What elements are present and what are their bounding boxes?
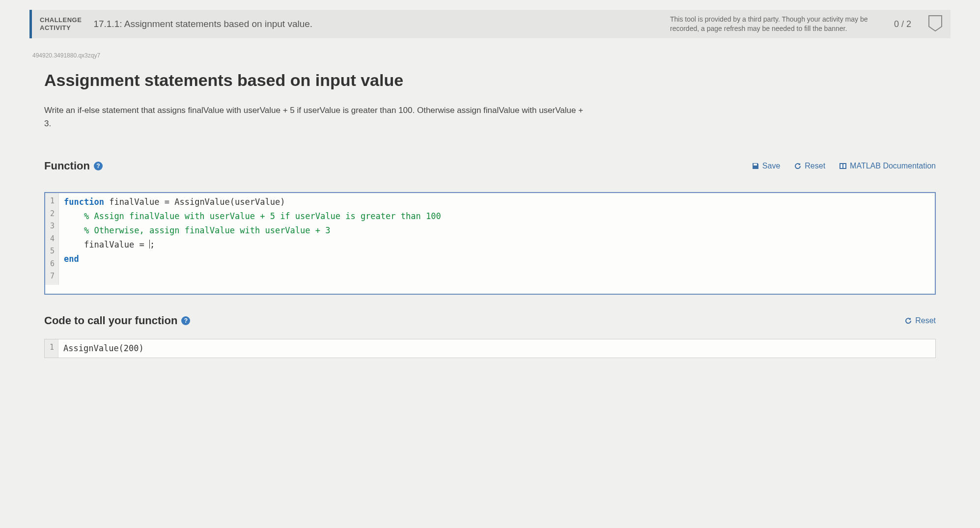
badge-line1: CHALLENGE — [40, 16, 82, 24]
challenge-badge: CHALLENGE ACTIVITY — [40, 16, 82, 31]
code-text: finalValue = AssignValue(userValue) — [104, 197, 285, 207]
score-badge: 0 / 2 — [894, 19, 911, 29]
editor-toolbar: Save Reset MATLAB Documentation — [752, 162, 936, 170]
call-section-header: Code to call your function ? Reset — [44, 314, 936, 327]
comment: % Assign finalValue with userValue + 5 i… — [64, 211, 441, 221]
keyword: function — [64, 197, 104, 207]
code-editor[interactable]: 1 2 3 4 5 6 7 function finalValue = Assi… — [44, 192, 936, 295]
code-line: end — [64, 252, 930, 266]
code-line: % Otherwise, assign finalValue with user… — [64, 223, 930, 238]
reset-button[interactable]: Reset — [794, 162, 825, 170]
save-icon — [752, 162, 759, 170]
line-number: 3 — [50, 220, 55, 233]
line-number: 5 — [50, 245, 55, 258]
code-text: ; — [150, 240, 155, 250]
line-number: 7 — [50, 270, 55, 283]
code-line: finalValue = ; — [64, 238, 930, 252]
svg-rect-2 — [843, 164, 845, 168]
line-number: 1 — [50, 341, 54, 354]
line-number: 2 — [50, 208, 55, 221]
content-area: Assignment statements based on input val… — [29, 71, 951, 358]
code-line: function finalValue = AssignValue(userVa… — [64, 195, 930, 209]
code-body[interactable]: function finalValue = AssignValue(userVa… — [59, 193, 935, 285]
save-label: Save — [762, 162, 780, 170]
third-party-note: This tool is provided by a third party. … — [670, 15, 876, 33]
reset-call-label: Reset — [915, 316, 936, 325]
code-body[interactable]: AssignValue(200) — [58, 339, 935, 358]
reset-call-button[interactable]: Reset — [904, 316, 936, 325]
challenge-title: 17.1.1: Assignment statements based on i… — [93, 19, 658, 29]
prompt-text: Write an if-else statement that assigns … — [44, 104, 585, 130]
function-label-wrap: Function ? — [44, 160, 103, 172]
challenge-header: CHALLENGE ACTIVITY 17.1.1: Assignment st… — [29, 10, 951, 38]
code-line: AssignValue(200) — [63, 341, 930, 356]
line-gutter: 1 — [45, 339, 58, 358]
docs-icon — [839, 162, 847, 170]
shield-icon — [928, 15, 943, 33]
call-label: Code to call your function — [44, 314, 177, 327]
code-line: % Assign finalValue with userValue + 5 i… — [64, 209, 930, 223]
reset-label: Reset — [805, 162, 825, 170]
line-gutter: 1 2 3 4 5 6 7 — [45, 193, 59, 285]
docs-button[interactable]: MATLAB Documentation — [839, 162, 936, 170]
keyword: end — [64, 254, 79, 264]
line-number: 4 — [50, 233, 55, 246]
help-icon[interactable]: ? — [94, 162, 103, 170]
tracking-id: 494920.3491880.qx3zqy7 — [32, 52, 951, 59]
text-cursor — [149, 240, 150, 249]
reset-icon — [904, 317, 912, 325]
save-button[interactable]: Save — [752, 162, 780, 170]
comment: % Otherwise, assign finalValue with user… — [64, 225, 330, 235]
badge-line2: ACTIVITY — [40, 24, 82, 32]
call-editor[interactable]: 1 AssignValue(200) — [44, 339, 936, 358]
line-number: 1 — [50, 195, 55, 208]
reset-icon — [794, 162, 802, 170]
help-icon[interactable]: ? — [181, 316, 190, 325]
code-text: finalValue = — [64, 240, 149, 250]
svg-rect-1 — [840, 164, 842, 168]
page-title: Assignment statements based on input val… — [44, 71, 936, 90]
function-label: Function — [44, 160, 90, 172]
call-label-wrap: Code to call your function ? — [44, 314, 190, 327]
line-number: 6 — [50, 258, 55, 271]
function-section-header: Function ? Save Reset MATLAB Documenta — [44, 160, 936, 172]
docs-label: MATLAB Documentation — [850, 162, 936, 170]
